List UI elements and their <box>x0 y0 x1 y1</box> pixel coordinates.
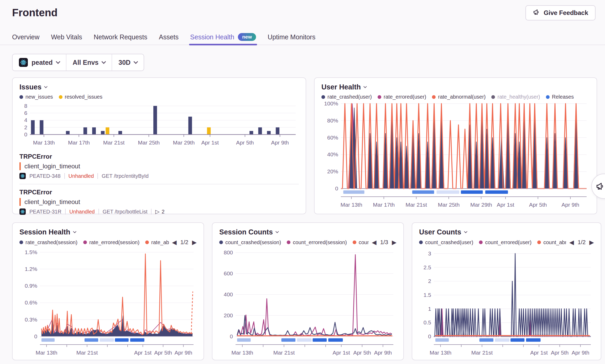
tab-web-vitals[interactable]: Web Vitals <box>51 29 82 45</box>
legend-dot <box>219 240 223 244</box>
svg-text:100%: 100% <box>324 100 338 106</box>
date-range-selector[interactable]: 30D <box>112 54 144 71</box>
svg-text:4: 4 <box>24 117 27 123</box>
svg-text:Mar 25th: Mar 25th <box>438 202 460 208</box>
issue-transaction: GET /trpc/bottleList <box>103 209 148 215</box>
svg-text:Mar 13th: Mar 13th <box>231 350 253 356</box>
user-health-chart[interactable]: 020%40%60%80%100%Mar 13thMar 17thMar 21s… <box>321 100 590 208</box>
legend-item-rate-abnormal[interactable]: rate_abnormal(user) <box>432 94 486 100</box>
play-icon: ▷ <box>155 208 159 215</box>
legend-item-count-abnormal[interactable]: count_a <box>353 239 369 245</box>
page-next-icon[interactable]: ▶ <box>192 239 197 245</box>
session-counts-widget-selector[interactable]: Session Counts <box>219 228 397 236</box>
issue-error-type[interactable]: TRPCError <box>19 153 299 160</box>
page-next-icon[interactable]: ▶ <box>392 239 397 245</box>
page-prev-icon[interactable]: ◀ <box>172 239 177 245</box>
svg-text:Apr 5th: Apr 5th <box>154 350 172 356</box>
new-badge: new <box>238 33 256 41</box>
svg-text:Mar 21st: Mar 21st <box>103 140 125 146</box>
legend-item-rate-errored[interactable]: rate_errored(session) <box>83 239 139 245</box>
legend-item-new-issues[interactable]: new_issues <box>19 94 53 100</box>
svg-text:0: 0 <box>24 131 27 137</box>
megaphone-icon <box>596 181 605 191</box>
session-counts-panel: Session Counts count_crashed(session) co… <box>212 222 404 360</box>
svg-text:Mar 21st: Mar 21st <box>405 202 427 208</box>
page-prev-icon[interactable]: ◀ <box>569 239 574 245</box>
page-prev-icon[interactable]: ◀ <box>372 239 377 245</box>
issues-widget-selector[interactable]: Issues <box>19 83 299 91</box>
chevron-down-icon <box>363 85 367 88</box>
svg-text:Apr 9th: Apr 9th <box>374 350 392 356</box>
tab-overview[interactable]: Overview <box>12 29 39 45</box>
page-title: Frontend <box>12 7 58 19</box>
legend-item-rate-crashed[interactable]: rate_crashed(user) <box>321 94 372 100</box>
divider <box>64 173 65 179</box>
svg-text:Apr 1st: Apr 1st <box>332 350 350 356</box>
session-counts-chart[interactable]: 0200400600800Mar 13thMar 21stApr 1stApr … <box>219 246 397 356</box>
svg-text:8: 8 <box>24 103 27 109</box>
svg-text:20%: 20% <box>327 168 338 174</box>
user-counts-legend: count_crashed(user) count_errored(user) … <box>419 239 566 245</box>
svg-text:0: 0 <box>335 185 338 191</box>
legend-item-rate-abnormal[interactable]: rate_abnorm <box>145 239 169 245</box>
tab-session-health[interactable]: Session Health new <box>190 29 256 45</box>
react-project-icon <box>19 173 26 179</box>
unhandled-tag: Unhandled <box>69 209 95 215</box>
legend-item-count-abnormal[interactable]: count_abnorm <box>537 239 566 245</box>
svg-text:80%: 80% <box>327 117 338 124</box>
issue-row[interactable]: TRPCError client_login_timeout PEATED-34… <box>19 153 299 179</box>
tab-assets[interactable]: Assets <box>159 29 179 45</box>
legend-item-count-errored[interactable]: count_errored(user) <box>479 239 531 245</box>
environment-value: All Envs <box>73 59 99 66</box>
svg-text:Mar 29th: Mar 29th <box>173 140 195 146</box>
legend-item-rate-healthy[interactable]: rate_healthy(user) <box>491 94 540 100</box>
user-health-widget-selector[interactable]: User Health <box>321 83 590 91</box>
svg-text:0.3%: 0.3% <box>25 317 37 323</box>
legend-item-releases[interactable]: Releases <box>546 94 574 100</box>
session-health-chart[interactable]: 00.3%0.6%0.9%1.2%1.5%Mar 13thMar 21stApr… <box>19 246 197 356</box>
user-health-legend: rate_crashed(user) rate_errored(user) ra… <box>321 94 574 100</box>
issues-bar-chart[interactable]: 02468Mar 13thMar 17thMar 21stMar 25thMar… <box>19 101 299 149</box>
svg-text:Apr 5th: Apr 5th <box>236 140 254 146</box>
issue-error-type[interactable]: TRPCError <box>19 189 299 196</box>
legend-item-rate-errored[interactable]: rate_errored(user) <box>378 94 426 100</box>
project-selector[interactable]: peated <box>13 54 66 71</box>
legend-dot <box>432 95 436 99</box>
svg-text:Mar 21st: Mar 21st <box>76 350 98 356</box>
issues-legend: new_issues resolved_issues <box>19 94 102 100</box>
issue-row[interactable]: TRPCError client_login_timeout PEATED-31… <box>19 189 299 215</box>
tab-network-requests[interactable]: Network Requests <box>94 29 147 45</box>
legend-item-count-crashed[interactable]: count_crashed(session) <box>219 239 281 245</box>
user-health-panel: User Health rate_crashed(user) rate_erro… <box>314 77 597 214</box>
svg-text:Apr 5th: Apr 5th <box>551 350 569 356</box>
divider <box>65 209 66 215</box>
legend-item-count-errored[interactable]: count_errored(session) <box>287 239 347 245</box>
legend-dot <box>145 240 149 244</box>
chevron-down-icon <box>44 85 48 88</box>
session-counts-legend: count_crashed(session) count_errored(ses… <box>219 239 369 245</box>
legend-item-resolved-issues[interactable]: resolved_issues <box>59 94 102 100</box>
issue-message: client_login_timeout <box>19 198 299 206</box>
svg-text:6: 6 <box>24 110 27 116</box>
tab-uptime-monitors[interactable]: Uptime Monitors <box>268 29 315 45</box>
legend-dot <box>353 240 356 244</box>
svg-text:400: 400 <box>224 291 233 297</box>
page-next-icon[interactable]: ▶ <box>589 239 594 245</box>
legend-dot <box>59 95 62 99</box>
replay-count[interactable]: ▷ 2 <box>155 208 164 215</box>
legend-dot <box>546 95 550 99</box>
user-counts-chart[interactable]: 00.511.522.53Mar 13thMar 21stApr 1stApr … <box>419 246 594 356</box>
panel-title: Issues <box>19 83 41 91</box>
environment-selector[interactable]: All Envs <box>66 54 112 71</box>
legend-item-rate-crashed[interactable]: rate_crashed(session) <box>19 239 77 245</box>
svg-text:600: 600 <box>224 270 233 276</box>
svg-text:2.5: 2.5 <box>424 264 431 270</box>
svg-text:Mar 21st: Mar 21st <box>273 350 295 356</box>
user-counts-widget-selector[interactable]: User Counts <box>419 228 594 236</box>
session-health-widget-selector[interactable]: Session Health <box>19 228 197 236</box>
give-feedback-button[interactable]: Give Feedback <box>525 5 596 20</box>
svg-text:Mar 17th: Mar 17th <box>373 202 395 208</box>
react-project-icon <box>19 58 28 67</box>
legend-item-count-crashed[interactable]: count_crashed(user) <box>419 239 473 245</box>
tab-bar: Overview Web Vitals Network Requests Ass… <box>0 29 605 45</box>
